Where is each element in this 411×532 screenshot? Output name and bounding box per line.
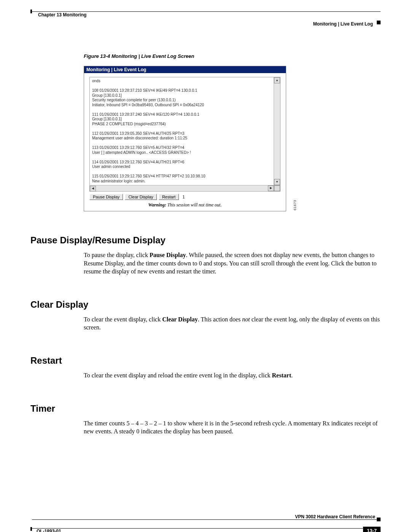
page-number-badge: 13-7 [363,527,381,532]
pause-display-button[interactable]: Pause Display [89,194,123,200]
footer-marker-right [377,518,381,521]
clear-display-button[interactable]: Clear Display [125,194,156,200]
section-heading-timer: Timer [30,403,381,414]
scroll-left-icon[interactable]: ◀ [90,186,96,192]
footer-doc-id: OL-1893-01 [37,529,61,532]
window-titlebar: Monitoring | Live Event Log [84,66,286,73]
header-marker-right [377,21,381,24]
event-log-text: onds 108 01/26/2001 13:28:37.210 SEV=4 I… [90,77,280,185]
section-heading-clear: Clear Display [30,299,381,310]
section-body-clear: To clear the event display, click Clear … [84,315,381,332]
section-heading-restart: Restart [30,355,381,366]
figure-caption: Figure 13-4 Monitoring | Live Event Log … [84,53,381,59]
footer-doc-title: VPN 3002 Hardware Client Reference [295,514,375,519]
vertical-scrollbar[interactable]: ▲ ▼ [274,77,280,185]
scroll-right-icon[interactable]: ▶ [268,185,274,191]
section-heading-pause: Pause Display/Resume Display [30,235,381,246]
chapter-label: Chapter 13 Monitoring [38,12,86,18]
scroll-up-icon[interactable]: ▲ [274,77,280,83]
warning-text: Warning: This session will not time out. [89,202,280,208]
breadcrumb: Monitoring | Live Event Log [313,21,373,27]
section-body-timer: The timer counts 5 – 4 – 3 – 2 – 1 to sh… [84,419,381,436]
scroll-down-icon[interactable]: ▼ [274,179,280,185]
footer-marker-left [30,527,32,531]
figure-id: 61673 [293,200,297,211]
section-body-restart: To clear the event display and reload th… [84,371,381,380]
figure-screenshot: Monitoring | Live Event Log onds 108 01/… [84,66,286,211]
section-body-pause: To pause the display, click Pause Displa… [84,251,381,276]
timer-value: 1 [182,195,185,199]
header-marker-left [30,10,32,13]
scroll-corner [274,185,280,191]
event-log-pane: onds 108 01/26/2001 13:28:37.210 SEV=4 I… [89,77,280,192]
restart-button[interactable]: Restart [159,194,179,200]
horizontal-scrollbar[interactable]: ◀ ▶ [90,185,280,191]
